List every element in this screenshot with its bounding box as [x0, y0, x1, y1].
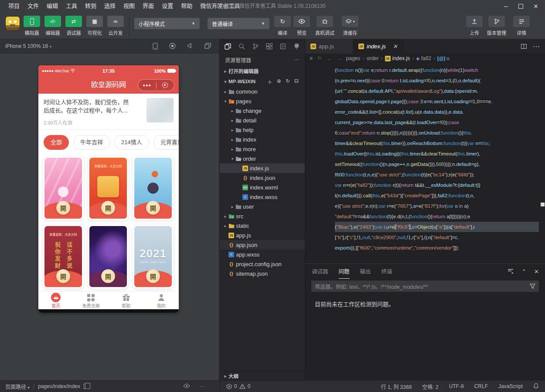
tree-item-index.wxml[interactable]: <>index.wxml	[220, 182, 305, 192]
new-file-icon[interactable]: ＋	[267, 78, 272, 85]
more-dots-button[interactable]: ●●●	[138, 83, 156, 88]
exit-target-button[interactable]	[157, 82, 174, 88]
red-packet-card[interactable]: 恭喜发财，大吉大利 開	[88, 156, 129, 220]
device-debug-button[interactable]: 真机调试	[311, 16, 338, 36]
menu-item[interactable]: 选择	[100, 0, 119, 12]
filter-chip[interactable]: 全部	[44, 135, 69, 150]
more-actions-icon[interactable]: ⋯	[294, 57, 300, 63]
red-packet-card[interactable]: 2021 HAPPY NEW YEAR 開	[133, 224, 174, 289]
source-control-icon[interactable]	[252, 43, 259, 50]
tab-output[interactable]: 输出	[360, 264, 371, 279]
refresh-icon[interactable]: ↻	[286, 78, 290, 85]
visualize-toggle-button[interactable]: ▦ 可视化	[85, 16, 105, 36]
mode-select-dropdown[interactable]: 小程序模式▼	[134, 18, 200, 29]
open-seal-button[interactable]: 開	[101, 201, 115, 215]
eol-sequence[interactable]: CRLF	[474, 383, 488, 389]
open-seal-button[interactable]: 開	[56, 201, 70, 215]
minimize-button[interactable]: ─	[503, 3, 509, 10]
more-actions-icon[interactable]: ⋯	[200, 383, 205, 389]
open-editors-section[interactable]: ▸ 打开的编辑器	[220, 66, 305, 76]
breadcrumb-variable[interactable]: u	[446, 55, 450, 61]
tree-item-index.json[interactable]: {}index.json	[220, 173, 305, 182]
extensions-icon[interactable]	[266, 43, 272, 50]
collapse-all-icon[interactable]: ⊟	[294, 78, 299, 85]
filter-chip[interactable]: 元宵喜乐	[153, 135, 179, 150]
tree-item-index[interactable]: ▸index	[220, 135, 305, 144]
maximize-button[interactable]	[518, 4, 523, 9]
tree-item-change[interactable]: ▸change	[220, 106, 305, 115]
red-packet-card[interactable]: 開	[88, 224, 129, 289]
language-mode[interactable]: JavaScript	[498, 383, 523, 389]
tree-item-user[interactable]: ▸user	[220, 202, 305, 211]
files-icon[interactable]	[225, 43, 231, 50]
problems-filter-input[interactable]: 筛选器，例如: text、**/*.ts、!**/node_modules/**	[311, 280, 539, 292]
record-icon[interactable]	[169, 43, 176, 50]
menu-item[interactable]: 帮助	[177, 0, 196, 12]
open-seal-button[interactable]: 開	[56, 269, 70, 283]
more-actions-icon[interactable]: ⋯	[533, 42, 540, 51]
tab-help[interactable]: 帮助	[109, 291, 144, 309]
bell-icon[interactable]	[533, 383, 539, 390]
breadcrumb-file[interactable]: JSindex.js	[385, 55, 410, 61]
menu-item[interactable]: 文件	[24, 0, 43, 12]
sound-icon[interactable]	[187, 43, 193, 50]
tree-item-app.wxss[interactable]: ≡app.wxss	[220, 250, 305, 259]
tree-item-index.wxss[interactable]: ≡index.wxss	[220, 192, 305, 202]
project-section[interactable]: ▾ MP-WEIXIN ＋ ⊕ ↻ ⊟	[220, 76, 305, 87]
outline-list-icon[interactable]: ≡	[310, 55, 313, 61]
tree-item-app.js[interactable]: JSapp.js	[220, 230, 305, 240]
menu-item[interactable]: 界面	[139, 0, 158, 12]
forward-icon[interactable]: →	[337, 55, 342, 62]
octocat-icon[interactable]	[293, 43, 300, 49]
tree-item-sitemap.json[interactable]: {}sitemap.json	[220, 269, 305, 278]
preview-button[interactable]: 预览	[290, 16, 313, 36]
tree-item-index.js[interactable]: JSindex.js	[220, 163, 305, 173]
search-icon[interactable]	[238, 43, 245, 50]
split-editor-icon[interactable]	[521, 44, 527, 49]
tree-item-static[interactable]: ▸static	[220, 221, 305, 230]
open-seal-button[interactable]: 開	[146, 201, 160, 215]
problems-counter[interactable]: 0 0	[220, 381, 262, 392]
details-button[interactable]: 详情	[510, 16, 533, 36]
upload-button[interactable]: 上传	[463, 16, 486, 36]
tree-item-src[interactable]: ▸src	[220, 211, 305, 221]
close-button[interactable]: ✕	[533, 3, 539, 10]
breadcrumb-symbol[interactable]: fa82	[421, 55, 431, 61]
breadcrumb-pages[interactable]: pages	[346, 55, 361, 61]
tree-item-common[interactable]: ▸common	[220, 87, 305, 96]
indentation[interactable]: 空格: 2	[422, 383, 438, 390]
menu-item[interactable]: 项目	[4, 0, 24, 12]
tab-app-js[interactable]: JS app.js	[305, 39, 353, 54]
device-frame-icon[interactable]	[153, 43, 158, 50]
tab-free-exchange[interactable]: 免费兑换	[74, 291, 109, 309]
tab-index-js[interactable]: JS index.js ✕	[353, 39, 403, 54]
editor-toggle-button[interactable]: ‹/› 编辑器	[43, 16, 63, 36]
editor-scrollbar[interactable]	[540, 63, 545, 264]
panel-collapse-icon[interactable]: ⌃	[521, 268, 526, 275]
device-selector[interactable]: iPhone 5 100% 16 ▾	[0, 43, 51, 49]
eye-icon[interactable]	[183, 383, 190, 390]
panel-close-icon[interactable]: ✕	[534, 268, 539, 275]
filter-chip[interactable]: 214情人	[114, 135, 149, 150]
panel-filter-collapse-icon[interactable]	[508, 268, 514, 275]
cursor-position[interactable]: 行 1, 列 3369	[381, 383, 412, 390]
open-seal-button[interactable]: 開	[146, 269, 160, 283]
tree-item-app.json[interactable]: {}app.json	[220, 240, 305, 250]
snippets-doc-icon[interactable]	[280, 43, 286, 50]
menu-item[interactable]: 编辑	[43, 0, 62, 12]
compile-mode-dropdown[interactable]: 普通编译▼	[208, 18, 269, 29]
back-icon[interactable]: ←	[327, 55, 333, 62]
breadcrumb-order[interactable]: order	[366, 55, 378, 61]
version-management-button[interactable]: 版本管理	[483, 16, 510, 36]
tab-terminal[interactable]: 终端	[382, 264, 392, 279]
tab-problems[interactable]: 问题	[339, 264, 350, 279]
tree-item-project.config.json[interactable]: {}project.config.json	[220, 259, 305, 269]
tree-item-help[interactable]: ▸help	[220, 125, 305, 135]
tree-item-order[interactable]: ▾order	[220, 154, 305, 163]
new-folder-icon[interactable]: ⊕	[277, 78, 281, 85]
menu-item[interactable]: 视图	[119, 0, 139, 12]
filter-chip[interactable]: 牛年吉祥	[73, 135, 110, 150]
feed-item[interactable]: 时间让人猝不及防，我们受伤，然后成长。在这个过程中，每个人... 2.99万人在…	[38, 94, 179, 130]
debugger-toggle-button[interactable]: ⇄ 调试器	[64, 16, 84, 36]
outline-section[interactable]: ▸ 大纲	[220, 371, 305, 380]
